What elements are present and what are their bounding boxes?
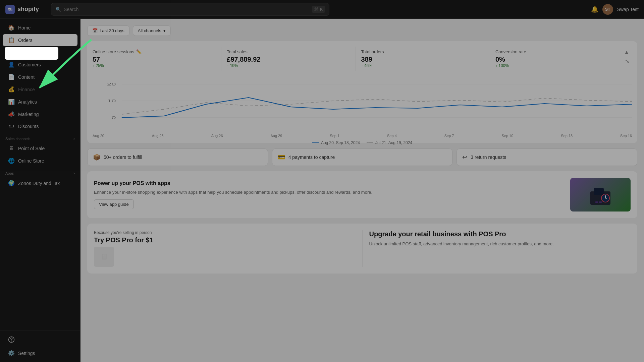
returns-icon: ↩	[462, 154, 467, 161]
sidebar-item-pos[interactable]: 🖥 Point of Sale	[3, 143, 77, 154]
expand-icon[interactable]: ⤡	[625, 58, 629, 64]
shopify-logo[interactable]: 🛍 shopify	[5, 5, 46, 14]
fulfill-orders-card[interactable]: 📦 50+ orders to fulfill	[87, 148, 268, 166]
collapse-chart-button[interactable]: ▲	[624, 49, 629, 55]
apps-section: Apps ›	[0, 167, 80, 177]
finance-icon: 💰	[8, 86, 15, 93]
sidebar-item-label-home: Home	[18, 25, 31, 31]
sidebar-item-label-analytics: Analytics	[18, 99, 37, 105]
promo-button[interactable]: View app guide	[94, 199, 134, 209]
date-range-filter[interactable]: 📅 Last 30 days	[87, 25, 129, 36]
search-icon: 🔍	[55, 7, 61, 12]
stat-total-orders-label: Total orders	[361, 49, 484, 54]
bottom-promo: Because you're selling in person Try POS…	[87, 224, 637, 274]
settings-icon: ⚙️	[8, 350, 15, 356]
main-content: 📅 Last 30 days All channels ▾ Online sto…	[80, 19, 644, 362]
edit-icon[interactable]: ✏️	[136, 49, 142, 54]
sidebar-item-finance[interactable]: 💰 Finance	[3, 83, 77, 95]
logo-icon: 🛍	[5, 5, 15, 14]
payments-card[interactable]: 💳 4 payments to capture	[272, 148, 453, 166]
stat-total-orders-value: 389	[361, 56, 484, 63]
topbar-right: 🔔 ST Swap Test	[591, 4, 639, 15]
sidebar-item-customers[interactable]: 👤 Customers	[3, 59, 77, 70]
bp-left-title: Try POS Pro for $1	[94, 236, 356, 244]
action-cards: 📦 50+ orders to fulfill 💳 4 payments to …	[87, 148, 637, 166]
layout: 🏠 Home 📋 Orders 🏷 Products 👤 Customers 📄…	[0, 19, 644, 362]
sidebar-item-online-store[interactable]: 🌐 Online Store	[3, 155, 77, 167]
promo-image-inner	[570, 178, 631, 212]
sidebar-item-label-products: Products	[18, 50, 37, 55]
apps-chevron-right-icon: ›	[73, 171, 75, 176]
sidebar-item-products[interactable]: 🏷 Products	[3, 47, 77, 58]
stats-card: Online store sessions ✏️ 57 ↑ 25% Total …	[87, 41, 637, 143]
help-icon	[8, 336, 15, 344]
zonos-icon: 🌍	[8, 180, 15, 186]
content-icon: 📄	[8, 74, 15, 80]
sidebar-item-content[interactable]: 📄 Content	[3, 71, 77, 83]
sidebar-item-marketing[interactable]: 📣 Marketing	[3, 108, 77, 120]
returns-label: 3 return requests	[471, 155, 506, 160]
svg-rect-14	[595, 201, 598, 203]
legend-current: Aug 20–Sep 18, 2024	[312, 140, 360, 145]
chevron-right-icon: ›	[73, 136, 75, 141]
promo-text: Power up your POS with apps Enhance your…	[94, 180, 565, 209]
search-bar[interactable]: 🔍 Search ⌘ K	[51, 3, 329, 16]
payments-icon: 💳	[278, 154, 285, 161]
stat-total-sales: Total sales £97,889.92 ↑ 19%	[221, 47, 356, 71]
sidebar-item-label-pos: Point of Sale	[18, 146, 45, 151]
sidebar-item-help[interactable]	[3, 334, 77, 347]
stat-total-orders: Total orders 389 ↑ 46%	[356, 47, 490, 71]
stat-conversion-rate-label: Conversion rate	[495, 49, 619, 54]
promo-desc: Enhance your in-store shopping experienc…	[94, 189, 565, 196]
sidebar-item-discounts[interactable]: 🏷 Discounts	[3, 121, 77, 132]
user-name[interactable]: Swap Test	[617, 7, 639, 12]
sidebar-item-orders[interactable]: 📋 Orders	[3, 34, 77, 46]
topbar: 🛍 shopify 🔍 Search ⌘ K 🔔 ST Swap Test	[0, 0, 644, 19]
promo-card: Power up your POS with apps Enhance your…	[87, 171, 637, 218]
logo-text: shopify	[17, 6, 39, 13]
legend-line-previous	[367, 142, 373, 143]
sidebar-bottom: ⚙️ Settings	[0, 330, 80, 359]
stat-total-sales-change: ↑ 19%	[227, 63, 350, 68]
sidebar-item-label-customers: Customers	[18, 62, 41, 67]
search-placeholder: Search	[64, 7, 78, 12]
products-icon: 🏷	[8, 49, 15, 55]
sidebar-item-analytics[interactable]: 📊 Analytics	[3, 96, 77, 108]
filter-bar: 📅 Last 30 days All channels ▾	[87, 25, 637, 36]
stat-online-sessions-label: Online store sessions ✏️	[93, 49, 216, 54]
chart-container: 20 10 0 Aug 20 Aug 23 Aug 26 Aug 29 Sep …	[93, 77, 632, 138]
pos-icon: 🖥	[8, 145, 15, 152]
stat-total-sales-value: £97,889.92	[227, 56, 350, 63]
returns-card[interactable]: ↩ 3 return requests	[457, 148, 637, 166]
sidebar-item-home[interactable]: 🏠 Home	[3, 22, 77, 34]
sidebar-item-zonos[interactable]: 🌍 Zonos Duty and Tax	[3, 177, 77, 189]
payments-label: 4 payments to capture	[288, 155, 335, 160]
stat-total-orders-change: ↑ 46%	[361, 63, 484, 68]
svg-text:0: 0	[111, 116, 116, 120]
sidebar: 🏠 Home 📋 Orders 🏷 Products 👤 Customers 📄…	[0, 19, 80, 362]
online-store-icon: 🌐	[8, 158, 15, 164]
discounts-icon: 🏷	[8, 123, 15, 129]
analytics-icon: 📊	[8, 99, 15, 105]
stats-row: Online store sessions ✏️ 57 ↑ 25% Total …	[93, 47, 624, 71]
stats-header-row: Online store sessions ✏️ 57 ↑ 25% Total …	[93, 47, 632, 75]
legend-previous: Jul 21–Aug 19, 2024	[367, 140, 412, 145]
avatar[interactable]: ST	[602, 4, 613, 15]
promo-image	[570, 178, 631, 212]
notifications-icon[interactable]: 🔔	[591, 6, 598, 13]
customers-icon: 👤	[8, 61, 15, 68]
bp-divider	[362, 230, 363, 267]
stat-conversion-rate-change: ↑ 100%	[495, 63, 619, 68]
svg-text:20: 20	[107, 82, 116, 86]
stat-conversion-rate: Conversion rate 0% ↑ 100%	[490, 47, 624, 71]
promo-title: Power up your POS with apps	[94, 180, 565, 186]
sidebar-item-label-online-store: Online Store	[18, 158, 44, 164]
marketing-icon: 📣	[8, 111, 15, 117]
channel-filter[interactable]: All channels ▾	[133, 25, 171, 36]
sidebar-item-label-orders: Orders	[18, 38, 33, 43]
sidebar-item-settings[interactable]: ⚙️ Settings	[3, 347, 77, 359]
sidebar-item-label-finance: Finance	[18, 87, 35, 92]
bp-left-label: Because you're selling in person	[94, 230, 356, 235]
svg-rect-15	[599, 201, 602, 203]
svg-rect-10	[594, 188, 604, 195]
